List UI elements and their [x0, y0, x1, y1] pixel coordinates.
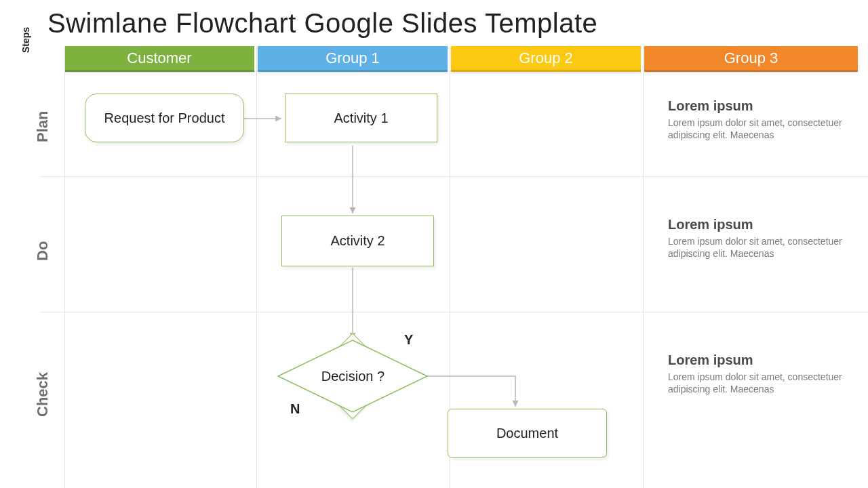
lane-header-group2: Group 2	[451, 46, 641, 72]
grid-line	[41, 312, 868, 312]
side-text-do-body: Lorem ipsum dolor sit amet, consectetuer…	[668, 235, 844, 260]
node-activity2: Activity 2	[281, 216, 434, 266]
side-text-check: Lorem ipsum Lorem ipsum dolor sit amet, …	[668, 352, 844, 395]
node-activity1: Activity 1	[285, 94, 437, 142]
lane-header-customer: Customer	[64, 46, 254, 72]
grid-line	[64, 46, 65, 488]
decision-yes-label: Y	[404, 332, 413, 348]
side-text-check-heading: Lorem ipsum	[668, 352, 844, 368]
node-document: Document	[448, 409, 607, 458]
lane-header-group3: Group 3	[644, 46, 858, 72]
node-document-label: Document	[496, 426, 558, 441]
side-text-plan-body: Lorem ipsum dolor sit amet, consectetuer…	[668, 117, 844, 141]
side-text-check-body: Lorem ipsum dolor sit amet, consectetuer…	[668, 371, 844, 395]
grid-line	[256, 46, 257, 488]
row-label-do: Do	[34, 241, 52, 261]
slide-title: Swimlane Flowchart Google Slides Templat…	[47, 8, 597, 39]
steps-label: Steps	[20, 27, 31, 53]
side-text-plan-heading: Lorem ipsum	[668, 98, 844, 114]
node-decision-label: Decision ?	[321, 369, 384, 384]
node-request: Request for Product	[85, 94, 244, 142]
node-activity2-label: Activity 2	[330, 233, 384, 249]
decision-no-label: N	[290, 401, 300, 417]
grid-line	[643, 46, 644, 488]
node-activity1-label: Activity 1	[334, 110, 388, 126]
side-text-plan: Lorem ipsum Lorem ipsum dolor sit amet, …	[668, 98, 844, 141]
grid-line	[41, 176, 868, 177]
slide: Swimlane Flowchart Google Slides Templat…	[0, 0, 868, 488]
row-label-plan: Plan	[34, 111, 52, 142]
lane-header-group1: Group 1	[258, 46, 448, 72]
side-text-do: Lorem ipsum Lorem ipsum dolor sit amet, …	[668, 217, 844, 260]
row-label-check: Check	[34, 372, 52, 417]
side-text-do-heading: Lorem ipsum	[668, 217, 844, 232]
node-request-label: Request for Product	[104, 110, 225, 126]
